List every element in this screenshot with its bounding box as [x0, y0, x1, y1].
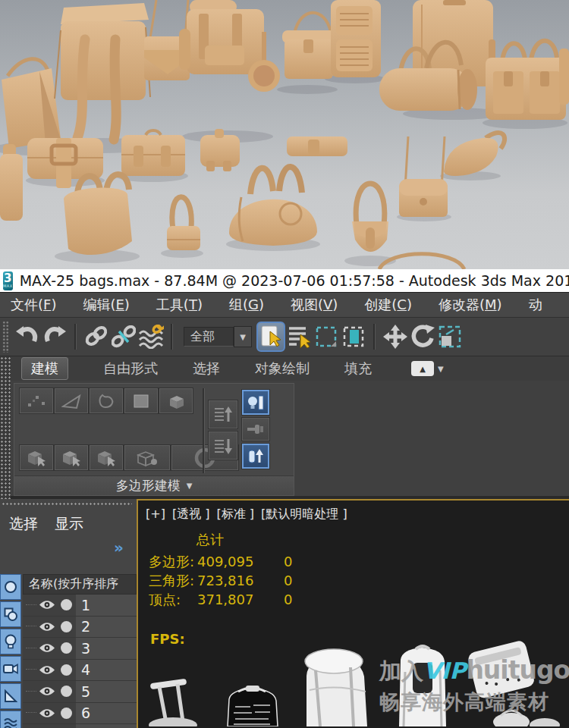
preview-subobject-button[interactable]	[55, 445, 88, 470]
object-name[interactable]: 7	[76, 724, 137, 728]
filter-lights-button[interactable]	[0, 629, 21, 654]
show-end-result-toggle[interactable]	[242, 390, 269, 415]
explorer-name-column-header[interactable]: 名称(按升序排序	[23, 574, 137, 595]
polygon-modeling-panel-label[interactable]: 多边形建模 ▼	[14, 475, 294, 495]
viewport-pov-menu[interactable]: [透视 ]	[172, 507, 210, 522]
rectangular-selection-region-button[interactable]	[313, 322, 340, 352]
redo-button[interactable]	[41, 322, 68, 352]
ribbon-tab-freeform[interactable]: 自由形式	[103, 359, 158, 378]
object-row[interactable]: 5	[23, 681, 137, 703]
object-color-swatch[interactable]	[61, 621, 72, 632]
select-by-name-button[interactable]	[285, 322, 313, 352]
preview-multi-button[interactable]	[90, 445, 123, 470]
object-row[interactable]: 4	[23, 660, 137, 682]
filter-cameras-button[interactable]	[0, 656, 21, 682]
visibility-eye-icon[interactable]	[38, 599, 56, 610]
select-and-link-button[interactable]	[83, 322, 110, 352]
scene-explorer-panel: 选择 显示 »	[0, 499, 137, 728]
object-row[interactable]: 7	[23, 724, 137, 728]
visibility-eye-icon[interactable]	[38, 708, 56, 719]
undo-button[interactable]	[14, 322, 41, 352]
object-name[interactable]: 1	[76, 595, 137, 616]
shaded-subobject-button[interactable]	[124, 445, 170, 470]
visibility-eye-icon[interactable]	[38, 664, 56, 676]
use-soft-selection-toggle[interactable]	[242, 444, 269, 469]
filter-space-warps-button[interactable]	[0, 711, 21, 728]
ribbon-minimize-caret-icon[interactable]: ▼	[438, 365, 444, 373]
selection-filter-value[interactable]: 全部	[184, 327, 234, 347]
border-mode-button[interactable]	[90, 388, 123, 413]
select-and-move-button[interactable]	[382, 322, 409, 352]
element-mode-button[interactable]	[159, 388, 193, 413]
viewport-general-menu[interactable]: [+]	[146, 507, 165, 522]
visibility-eye-icon[interactable]	[38, 686, 56, 697]
perspective-viewport[interactable]: [+] [透视 ] [标准 ] [默认明暗处理 ] 总计 多边形: 409,09…	[137, 499, 569, 728]
object-name[interactable]: 3	[76, 638, 137, 659]
select-object-button[interactable]	[256, 322, 285, 352]
menu-modifiers[interactable]: 修改器(M)	[439, 296, 502, 314]
viewport-shading-menu[interactable]: [默认明暗处理 ]	[261, 507, 347, 522]
vertex-mode-button[interactable]	[20, 388, 53, 413]
object-row[interactable]: 6	[23, 703, 137, 725]
object-row[interactable]: 1	[23, 595, 137, 617]
menu-edit[interactable]: 编辑(E)	[83, 296, 129, 314]
menu-file[interactable]: 文件(F)	[11, 296, 56, 314]
polygon-mode-button[interactable]	[124, 388, 158, 413]
unlink-selection-button[interactable]	[110, 322, 137, 352]
explorer-menu-display[interactable]: 显示	[55, 514, 83, 534]
object-color-swatch[interactable]	[61, 642, 72, 654]
window-title: MAX-25 bags.max - 87.84M @ 2023-07-06 01…	[20, 272, 569, 289]
ribbon-body: 多边形建模 ▼	[0, 381, 569, 499]
visibility-eye-icon[interactable]	[38, 642, 56, 654]
menu-views[interactable]: 视图(V)	[291, 296, 338, 314]
bind-to-space-warp-button[interactable]	[137, 322, 165, 352]
ribbon-tab-modeling[interactable]: 建模	[21, 357, 68, 380]
object-color-swatch[interactable]	[61, 708, 72, 719]
bag-small-shoulder	[167, 197, 200, 250]
object-row[interactable]: 3	[23, 638, 137, 660]
vp-trolley-bag	[149, 679, 197, 726]
pin-stack-button[interactable]	[242, 418, 269, 441]
ribbon-minimize-icon[interactable]: ▲	[411, 361, 434, 376]
ribbon-tab-populate[interactable]: 填充	[344, 359, 372, 378]
end-result-bulb-icon	[247, 394, 265, 411]
filter-geometry-button[interactable]	[0, 574, 21, 600]
filter-shapes-button[interactable]	[0, 601, 21, 627]
object-row[interactable]: 2	[23, 617, 137, 639]
select-and-rotate-button[interactable]	[409, 322, 436, 352]
window-crossing-toggle-button[interactable]	[340, 322, 367, 352]
preview-off-button[interactable]	[20, 445, 53, 470]
selection-filter-dropdown[interactable]: 全部 ▼	[184, 326, 252, 347]
menu-tools[interactable]: 工具(T)	[156, 296, 203, 314]
edge-mode-button[interactable]	[55, 388, 88, 413]
filter-helpers-button[interactable]	[0, 683, 21, 709]
select-and-scale-button[interactable]	[436, 322, 464, 352]
bag-halfmoon-duffel	[229, 167, 317, 246]
viewport-standard-menu[interactable]: [标准 ]	[216, 507, 254, 522]
explorer-grip[interactable]	[2, 502, 132, 507]
ribbon-tab-selection[interactable]: 选择	[193, 359, 220, 378]
toolbar-grip[interactable]	[2, 321, 9, 353]
object-name[interactable]: 4	[76, 660, 137, 681]
dropdown-caret-icon[interactable]: ▼	[234, 326, 252, 347]
explorer-menu-select[interactable]: 选择	[9, 514, 38, 534]
app-logo-3dsmax-icon: 3 MAX	[3, 271, 13, 290]
menu-group[interactable]: 组(G)	[229, 296, 264, 314]
object-color-swatch[interactable]	[61, 599, 72, 610]
object-color-swatch[interactable]	[61, 664, 72, 676]
object-color-swatch[interactable]	[61, 686, 72, 697]
object-name[interactable]: 2	[76, 617, 137, 638]
object-name[interactable]: 5	[76, 681, 137, 702]
object-name[interactable]: 6	[76, 703, 137, 724]
menu-create[interactable]: 创建(C)	[364, 296, 412, 314]
ribbon-tab-object-paint[interactable]: 对象绘制	[255, 359, 310, 378]
menu-animation[interactable]: 动	[529, 296, 542, 314]
ribbon-grip[interactable]	[0, 356, 11, 499]
collapse-stack-up-button[interactable]	[209, 400, 237, 428]
explorer-overflow-chevron-icon[interactable]: »	[114, 538, 122, 557]
ribbon-minimize-control[interactable]: ▲ ▼	[411, 361, 444, 376]
vertex-icon	[27, 393, 46, 410]
cube-bulb-icon	[136, 449, 159, 467]
visibility-eye-icon[interactable]	[38, 621, 56, 632]
collapse-stack-down-button[interactable]	[209, 431, 237, 460]
